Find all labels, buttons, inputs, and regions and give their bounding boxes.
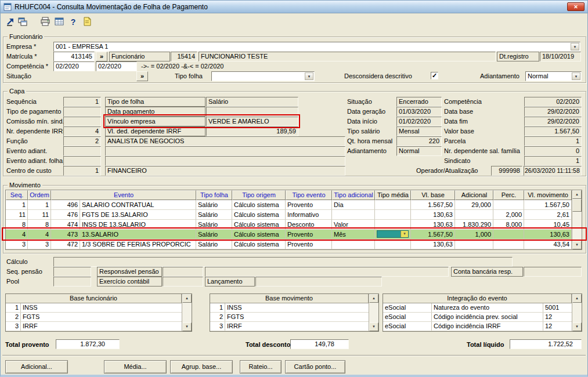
col-header-evento[interactable]: Evento xyxy=(51,190,196,200)
cell-tipo-folha: Salário xyxy=(196,200,232,210)
list-item[interactable]: 1 INSS xyxy=(210,303,369,313)
scroll-up-icon[interactable]: ▲ xyxy=(572,294,582,303)
adicional-button[interactable]: Adicional... xyxy=(5,360,68,374)
col-header-adicional[interactable]: Adicional xyxy=(455,190,493,200)
col-header-tipo-media[interactable]: Tipo média xyxy=(375,190,411,200)
item-num: 1 xyxy=(210,303,225,312)
adiantamento-combo[interactable]: Normal ▼ xyxy=(525,71,582,81)
col-header-tipo-adicional[interactable]: Tipo adicional xyxy=(332,190,375,200)
list-scrollbar[interactable]: ▲ ▼ xyxy=(369,294,378,331)
list-scrollbar[interactable]: ▲ ▼ xyxy=(182,294,192,331)
col-header-perc[interactable]: Perc. xyxy=(493,190,524,200)
matricula-input[interactable]: 413145 xyxy=(53,52,95,61)
movimento-row-selected[interactable]: 4 4 473 13.SALARIO Salário Cálculo siste… xyxy=(6,230,582,240)
movimento-legend: Movimento xyxy=(8,181,42,189)
scroll-up-icon[interactable]: ▲ xyxy=(182,294,192,303)
list-scrollbar[interactable]: ▲ ▼ xyxy=(572,294,582,331)
tipo-media-combo[interactable]: ▼ xyxy=(377,230,409,238)
competencia-end-input[interactable]: 02/2020 xyxy=(96,61,137,71)
scroll-down-icon[interactable]: ▼ xyxy=(182,322,192,331)
calculo-label: Cálculo xyxy=(6,257,28,266)
situacao-lookup-button[interactable]: » xyxy=(136,71,148,81)
toolbar-help-button[interactable]: ? xyxy=(67,15,80,29)
desconsidera-descritivo-checkbox[interactable]: ✓ xyxy=(431,72,438,79)
scroll-down-icon[interactable]: ▼ xyxy=(572,241,582,249)
toolbar: ? xyxy=(1,14,587,30)
cell-vl-movimento: 2,61 xyxy=(524,210,572,220)
capa-adiantamento-field: Normal xyxy=(396,146,442,156)
list-item[interactable]: eSocial Código incidência IRRF 12 xyxy=(383,322,572,331)
list-item[interactable]: 3 IRRF xyxy=(210,322,369,331)
title-bar[interactable]: RHUFC004 - Consulta Movimentação de Folh… xyxy=(1,1,587,13)
movimento-row[interactable]: 11 11 476 FGTS DE 13.SALARIO Salário Cál… xyxy=(6,210,582,220)
toolbar-print-button[interactable] xyxy=(39,15,52,29)
col-header-tipo-origem[interactable]: Tipo origem xyxy=(232,190,286,200)
scroll-up-icon[interactable]: ▲ xyxy=(572,190,582,199)
toolbar-windows-button[interactable] xyxy=(16,15,29,29)
scroll-down-icon[interactable]: ▼ xyxy=(572,322,582,331)
col-header-vl-base[interactable]: Vl. base xyxy=(411,190,455,200)
chevron-down-icon: ▼ xyxy=(572,72,580,80)
close-button[interactable]: ✕ xyxy=(567,2,585,11)
cell-vl-movimento: 10,45 xyxy=(524,220,572,230)
media-button[interactable]: Média... xyxy=(104,360,167,374)
list-item[interactable]: 2 FGTS xyxy=(210,313,369,322)
agrup-base-button[interactable]: Agrup. base... xyxy=(170,360,233,374)
toolbar-exit-button[interactable] xyxy=(4,15,17,29)
col-header-vl-movimento[interactable]: Vl. movimento xyxy=(524,190,572,200)
cell-tipo-origem: Cálculo sistema xyxy=(232,220,286,230)
adiantamento-value: Normal xyxy=(528,72,571,81)
matricula-lookup-button[interactable]: » xyxy=(96,52,107,61)
list-item[interactable]: 2 FGTS xyxy=(6,313,182,322)
cell-seq: 11 xyxy=(6,210,28,220)
capa-legend: Capa xyxy=(8,87,26,95)
col-header-seq[interactable]: Seq. xyxy=(6,190,28,200)
empresa-label: Empresa * xyxy=(6,42,36,51)
movimento-row[interactable]: 1 1 496 SALARIO CONTRATUAL Salário Cálcu… xyxy=(6,200,582,210)
list-item[interactable]: 1 INSS xyxy=(6,303,182,313)
list-item[interactable]: eSocial Natureza do evento 5001 xyxy=(383,303,572,313)
cartao-ponto-button[interactable]: Cartão ponto... xyxy=(285,360,345,374)
funcao-code-field: 2 xyxy=(63,136,101,146)
operador-field: 999998 xyxy=(491,166,522,176)
tipo-pagamento-label: Tipo de pagamento xyxy=(6,107,61,116)
cell-tipo-adicional: Dia xyxy=(332,200,375,210)
scroll-down-icon[interactable]: ▼ xyxy=(369,322,378,331)
lancamento-panel-label: Lançamento xyxy=(205,277,255,287)
cell-vl-base: 130,63 xyxy=(411,240,455,249)
chevron-down-icon: ▼ xyxy=(571,43,579,50)
col-header-ordem[interactable]: Ordem xyxy=(28,190,51,200)
col-header-tipo-evento[interactable]: Tipo evento xyxy=(286,190,332,200)
cell-perc xyxy=(493,230,524,240)
sequencia-label: Sequência xyxy=(6,97,37,106)
app-icon xyxy=(3,3,12,11)
item-campo: Natureza do evento xyxy=(432,303,543,312)
tipo-folha-combo[interactable]: ▼ xyxy=(211,71,315,81)
toolbar-note-button[interactable] xyxy=(81,15,93,29)
rateio-button[interactable]: Rateio... xyxy=(240,360,282,374)
competencia-start-input[interactable]: 02/2020 xyxy=(53,61,95,71)
cell-tipo-evento: Provento xyxy=(286,200,332,210)
scroll-up-icon[interactable]: ▲ xyxy=(369,294,378,303)
adiantamento-label: Adiantamento xyxy=(480,71,520,81)
scrollbar-thumb[interactable] xyxy=(572,199,582,212)
cell-tipo-media xyxy=(375,210,411,220)
empresa-combo[interactable]: 001 - EMPRESA 1 ▼ xyxy=(53,42,580,52)
cell-codigo: 496 xyxy=(51,200,80,210)
cell-tipo-evento: Informativo xyxy=(286,210,332,220)
capa-situacao-field: Encerrado xyxy=(396,97,442,107)
movimento-row[interactable]: 8 8 474 INSS DE 13.SALARIO Salário Cálcu… xyxy=(6,220,582,230)
centro-custo-label: Centro de custo xyxy=(6,166,52,175)
toolbar-grid-button[interactable] xyxy=(53,15,66,29)
list-item[interactable]: eSocial Código incidência prev. social 1… xyxy=(383,313,572,322)
check-icon: ✓ xyxy=(432,72,437,79)
cell-tipo-media: ▼ xyxy=(375,230,411,240)
list-item[interactable]: 3 IRRF xyxy=(6,322,182,331)
movimento-row[interactable]: 3 3 472 1/3 SOBRE DE FERIAS PROPORCIC Sa… xyxy=(6,240,582,249)
col-header-tipo-folha[interactable]: Tipo folha xyxy=(196,190,232,200)
exercicio-contabil-panel-label: Exercício contábil xyxy=(97,277,162,287)
cell-tipo-origem: Cálculo sistema xyxy=(232,230,286,240)
data-inicio-label: Data início xyxy=(347,117,377,126)
table-scrollbar[interactable]: ▲ ▼ xyxy=(572,190,582,249)
item-origem: eSocial xyxy=(383,322,432,331)
